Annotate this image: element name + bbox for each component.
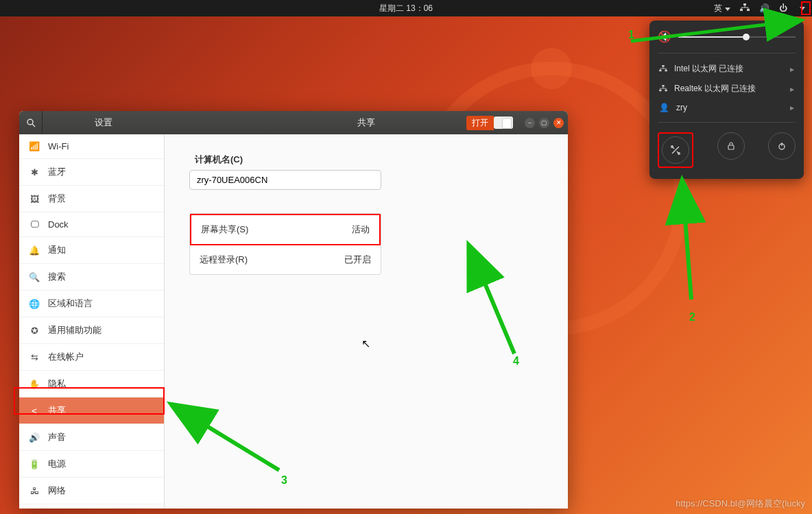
computer-name-label: 计算机名(C): [195, 154, 543, 166]
sidebar-item-label: 通知: [48, 244, 66, 256]
sidebar-item-icon: 📶: [29, 141, 40, 151]
minimize-button[interactable]: –: [525, 118, 535, 128]
watermark: https://CSDN.bl@网络晨空(lucky: [676, 498, 805, 510]
sidebar-item-icon: 🖼: [29, 194, 40, 204]
sidebar-item-label: 搜索: [48, 271, 66, 283]
power-icon[interactable]: ⏻: [779, 3, 787, 13]
svg-rect-7: [659, 89, 661, 91]
sidebar-item-2[interactable]: 🖼背景: [19, 186, 164, 212]
option-label: 远程登录(R): [200, 254, 248, 266]
svg-rect-6: [662, 85, 664, 87]
sidebar-item-label: 背景: [48, 193, 66, 205]
screen-sharing-row[interactable]: 屏幕共享(S) 活动: [190, 214, 381, 245]
sidebar-item-label: 共享: [48, 404, 66, 417]
svg-rect-2: [747, 9, 750, 11]
volume-mute-icon[interactable]: 🔇: [658, 30, 671, 43]
maximize-button[interactable]: ▢: [539, 118, 549, 128]
sidebar-item-0[interactable]: 📶Wi-Fi: [19, 134, 164, 159]
power-button[interactable]: [768, 132, 796, 160]
settings-button[interactable]: [662, 136, 689, 164]
option-status: 活动: [352, 223, 370, 236]
user-icon: 👤: [659, 103, 669, 112]
svg-rect-5: [665, 69, 667, 71]
sidebar-item-icon: ✋: [29, 379, 40, 389]
svg-rect-8: [665, 89, 667, 91]
sidebar-item-label: 声音: [48, 431, 66, 443]
sidebar-item-1[interactable]: ✱蓝牙: [19, 159, 164, 186]
sidebar-item-label: 隐私: [48, 378, 66, 390]
network-item-realtek[interactable]: Realtek 以太网 已连接 ▸: [658, 79, 796, 99]
annotation-highlight-1: [801, 1, 811, 15]
annotation-highlight-settings: [658, 132, 693, 168]
option-status: 已开启: [344, 254, 371, 266]
sidebar-item-13[interactable]: 🖧网络: [19, 478, 164, 504]
annotation-number-3: 3: [281, 474, 287, 487]
gnome-top-bar: 星期二 13：06 英 🔊 ⏻: [0, 0, 812, 16]
sidebar-item-icon: 🌐: [29, 299, 40, 309]
remote-login-row[interactable]: 远程登录(R) 已开启: [190, 245, 381, 274]
sidebar-item-icon: ✪: [29, 326, 40, 336]
sidebar-item-icon: 🖵: [29, 219, 40, 230]
sidebar-item-11[interactable]: 🔊声音: [19, 424, 164, 451]
sidebar-item-12[interactable]: 🔋电源: [19, 451, 164, 478]
network-label: Realtek 以太网 已连接: [674, 83, 756, 95]
sidebar-item-icon: 🔍: [29, 272, 40, 282]
system-status-menu: 🔇 Intel 以太网 已连接 ▸ Realtek 以太网 已连接 ▸ 👤 zr…: [649, 21, 804, 179]
svg-rect-4: [659, 69, 661, 71]
sidebar-item-label: 网络: [48, 485, 66, 497]
sidebar-item-icon: 🖧: [29, 486, 40, 496]
svg-rect-3: [662, 65, 664, 67]
sidebar-item-label: 通用辅助功能: [48, 324, 102, 336]
network-label: Intel 以太网 已连接: [674, 63, 743, 75]
user-label: zry: [676, 103, 687, 112]
svg-rect-0: [743, 3, 746, 5]
svg-line-15: [32, 124, 35, 127]
chevron-right-icon: ▸: [790, 103, 794, 112]
sidebar-item-label: 在线帐户: [48, 351, 84, 363]
network-item-intel[interactable]: Intel 以太网 已连接 ▸: [658, 59, 796, 79]
user-item[interactable]: 👤 zry ▸: [658, 99, 796, 117]
sharing-options-list: 屏幕共享(S) 活动 远程登录(R) 已开启: [189, 213, 381, 275]
window-titlebar[interactable]: 设置 共享 打开 – ▢ ✕: [19, 111, 568, 134]
sidebar-item-label: 电源: [48, 458, 66, 470]
sharing-toggle-label: 打开: [466, 116, 494, 130]
sidebar-item-icon: <: [29, 406, 40, 416]
sidebar-item-icon: 🔔: [29, 245, 40, 256]
volume-slider[interactable]: [678, 36, 796, 38]
network-icon[interactable]: [740, 3, 750, 14]
wired-network-icon: [659, 64, 667, 74]
sidebar-item-6[interactable]: 🌐区域和语言: [19, 291, 164, 317]
svg-point-10: [678, 153, 680, 155]
volume-icon[interactable]: 🔊: [759, 3, 769, 13]
sidebar-item-9[interactable]: ✋隐私: [19, 371, 164, 397]
svg-point-14: [27, 119, 33, 125]
svg-point-9: [671, 146, 673, 148]
chevron-right-icon: ▸: [790, 84, 794, 94]
sidebar-item-label: 区域和语言: [48, 297, 93, 310]
sharing-toggle[interactable]: [494, 117, 513, 129]
lock-button[interactable]: [717, 132, 745, 160]
option-label: 屏幕共享(S): [201, 223, 248, 236]
annotation-number-4: 4: [513, 355, 519, 367]
sidebar-item-icon: ⇆: [29, 352, 40, 363]
sidebar-item-label: Wi-Fi: [48, 141, 69, 151]
annotation-number-2: 2: [689, 311, 695, 323]
sidebar-item-10[interactable]: <共享: [19, 397, 164, 424]
ime-indicator[interactable]: 英: [714, 3, 730, 14]
clock[interactable]: 星期二 13：06: [379, 3, 433, 14]
svg-rect-11: [728, 145, 734, 149]
sidebar-item-7[interactable]: ✪通用辅助功能: [19, 317, 164, 344]
sidebar-item-8[interactable]: ⇆在线帐户: [19, 344, 164, 371]
settings-window: 设置 共享 打开 – ▢ ✕ 📶Wi-Fi✱蓝牙🖼背景🖵Dock🔔通知🔍搜索🌐区…: [19, 111, 568, 509]
settings-sidebar: 📶Wi-Fi✱蓝牙🖼背景🖵Dock🔔通知🔍搜索🌐区域和语言✪通用辅助功能⇆在线帐…: [19, 134, 165, 509]
close-button[interactable]: ✕: [553, 118, 564, 128]
sidebar-item-4[interactable]: 🔔通知: [19, 237, 164, 264]
sidebar-item-5[interactable]: 🔍搜索: [19, 264, 164, 291]
wired-network-icon: [659, 84, 667, 94]
computer-name-input[interactable]: [189, 170, 381, 190]
sidebar-item-3[interactable]: 🖵Dock: [19, 212, 164, 237]
sidebar-item-icon: ✱: [29, 167, 40, 178]
sidebar-title: 设置: [43, 117, 165, 129]
search-button[interactable]: [19, 111, 43, 134]
annotation-number-1: 1: [628, 29, 634, 41]
